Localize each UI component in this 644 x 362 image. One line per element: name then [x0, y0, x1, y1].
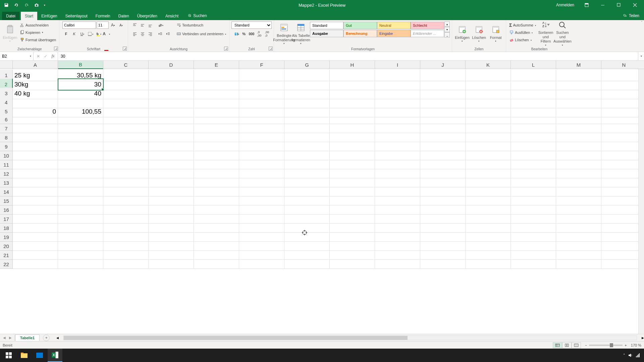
cell[interactable]	[466, 124, 511, 133]
cell[interactable]	[556, 151, 601, 160]
cell[interactable]	[239, 124, 284, 133]
cell[interactable]	[194, 142, 239, 151]
cell[interactable]	[284, 233, 330, 242]
cell[interactable]	[466, 233, 511, 242]
style-berechnung[interactable]: Berechnung	[343, 30, 377, 37]
excel-taskbar-icon[interactable]: X	[48, 349, 62, 362]
cell[interactable]	[103, 160, 149, 169]
row-header[interactable]: 13	[0, 178, 13, 187]
network-icon[interactable]	[635, 353, 640, 358]
name-box-dropdown[interactable]: ▾	[30, 55, 31, 58]
cell[interactable]	[556, 260, 601, 269]
cell[interactable]	[58, 205, 103, 215]
cell[interactable]	[601, 224, 644, 233]
zoom-out-button[interactable]: −	[585, 343, 587, 347]
cell[interactable]	[239, 142, 284, 151]
cell[interactable]	[375, 169, 420, 178]
cell[interactable]	[13, 187, 58, 196]
decrease-decimal-icon[interactable]: ,00,0	[263, 30, 271, 38]
cell[interactable]	[103, 215, 149, 224]
cell[interactable]	[239, 187, 284, 196]
row-header[interactable]: 22	[0, 260, 13, 269]
decrease-font-icon[interactable]: A▾	[117, 21, 125, 29]
font-size-input[interactable]	[97, 21, 109, 29]
cell[interactable]	[149, 215, 194, 224]
cell[interactable]	[601, 215, 644, 224]
cell[interactable]	[284, 142, 330, 151]
cell[interactable]	[284, 178, 330, 187]
column-header[interactable]: F	[239, 61, 284, 69]
cell[interactable]	[239, 251, 284, 260]
column-header[interactable]: L	[511, 61, 556, 69]
tab-start[interactable]: Start	[21, 12, 37, 20]
cell[interactable]	[420, 242, 466, 251]
cell[interactable]	[466, 178, 511, 187]
cell[interactable]	[149, 115, 194, 124]
cell[interactable]	[239, 205, 284, 215]
row-header[interactable]: 6	[0, 115, 13, 124]
cell[interactable]	[601, 260, 644, 269]
save-icon[interactable]	[2, 1, 11, 9]
tab-ueberpruefen[interactable]: Überprüfen	[133, 12, 161, 20]
cell[interactable]	[511, 142, 556, 151]
file-explorer-icon[interactable]	[17, 349, 32, 362]
cell[interactable]	[58, 142, 103, 151]
cell[interactable]	[420, 215, 466, 224]
tab-formeln[interactable]: Formeln	[92, 12, 114, 20]
cell[interactable]	[58, 233, 103, 242]
cell[interactable]	[511, 205, 556, 215]
cell[interactable]	[103, 142, 149, 151]
cell[interactable]	[466, 142, 511, 151]
cell[interactable]	[194, 233, 239, 242]
wrap-text-button[interactable]: Textumbruch	[175, 21, 227, 29]
cell[interactable]	[58, 251, 103, 260]
style-standard[interactable]: Standard	[310, 22, 343, 29]
cell[interactable]	[284, 169, 330, 178]
tab-daten[interactable]: Daten	[114, 12, 133, 20]
cell[interactable]	[420, 233, 466, 242]
sort-filter-button[interactable]: AZSortieren und Filtern▾	[538, 21, 554, 46]
row-header[interactable]: 19	[0, 233, 13, 242]
number-format-select[interactable]: Standard	[231, 21, 272, 29]
borders-icon[interactable]: ▾	[87, 30, 94, 38]
style-ausgabe[interactable]: Ausgabe	[310, 30, 343, 37]
cell[interactable]	[58, 133, 103, 142]
system-tray[interactable]: ˄	[623, 353, 643, 358]
maximize-icon[interactable]	[611, 0, 627, 10]
cell[interactable]	[601, 187, 644, 196]
select-all-corner[interactable]	[0, 61, 13, 69]
fill-button[interactable]: Ausfüllen▾	[508, 29, 537, 36]
cell[interactable]	[375, 151, 420, 160]
cell[interactable]	[103, 224, 149, 233]
cell[interactable]	[330, 142, 375, 151]
row-header[interactable]: 15	[0, 196, 13, 205]
cell[interactable]	[149, 233, 194, 242]
cell[interactable]	[375, 260, 420, 269]
cell[interactable]	[466, 260, 511, 269]
cell[interactable]	[103, 251, 149, 260]
cell[interactable]	[239, 242, 284, 251]
cell[interactable]	[420, 251, 466, 260]
column-header[interactable]: D	[149, 61, 194, 69]
cell[interactable]	[601, 169, 644, 178]
cell[interactable]	[556, 178, 601, 187]
camera-icon[interactable]	[32, 1, 41, 9]
column-header[interactable]: K	[466, 61, 511, 69]
cell[interactable]	[330, 215, 375, 224]
cell[interactable]	[239, 169, 284, 178]
cell[interactable]	[58, 215, 103, 224]
style-schlecht[interactable]: Schlecht	[411, 22, 444, 29]
cell[interactable]	[375, 233, 420, 242]
clipboard-dialog-launcher[interactable]	[54, 47, 58, 51]
spreadsheet-grid[interactable]: ABCDEFGHIJKLMN125 kg30,55 kg230kg30340 k…	[0, 61, 644, 334]
cut-button[interactable]: Ausschneiden	[19, 21, 57, 29]
cell[interactable]	[511, 115, 556, 124]
cell[interactable]	[330, 260, 375, 269]
cell[interactable]	[103, 124, 149, 133]
tab-ansicht[interactable]: Ansicht	[161, 12, 182, 20]
cell[interactable]	[375, 196, 420, 205]
row-header[interactable]: 9	[0, 142, 13, 151]
font-color-icon[interactable]: A▾	[103, 30, 110, 38]
increase-decimal-icon[interactable]: ,0,00	[256, 30, 263, 38]
column-header[interactable]: A	[13, 61, 58, 69]
